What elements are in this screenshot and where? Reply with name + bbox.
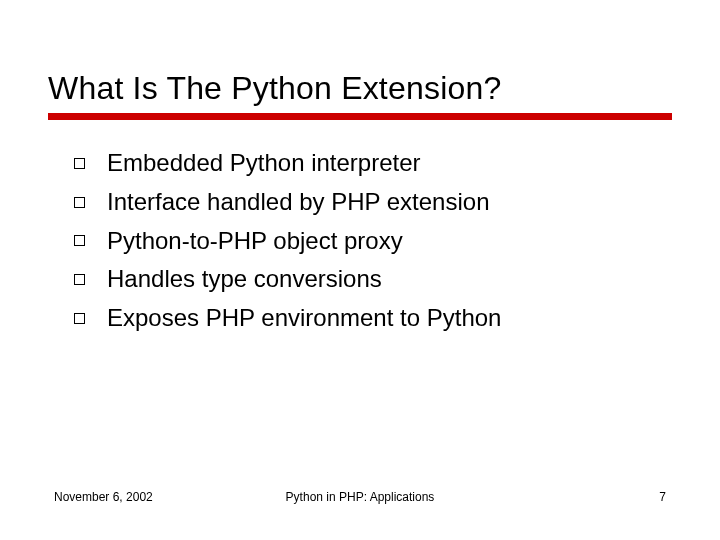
square-bullet-icon <box>74 235 85 246</box>
slide-title: What Is The Python Extension? <box>48 70 672 107</box>
slide: What Is The Python Extension? Embedded P… <box>0 0 720 540</box>
square-bullet-icon <box>74 197 85 208</box>
list-item: Python-to-PHP object proxy <box>74 224 672 259</box>
square-bullet-icon <box>74 313 85 324</box>
list-item: Exposes PHP environment to Python <box>74 301 672 336</box>
bullet-text: Embedded Python interpreter <box>107 146 421 181</box>
bullet-text: Handles type conversions <box>107 262 382 297</box>
list-item: Interface handled by PHP extension <box>74 185 672 220</box>
footer-date: November 6, 2002 <box>54 490 153 504</box>
title-underline <box>48 113 672 120</box>
bullet-text: Exposes PHP environment to Python <box>107 301 501 336</box>
list-item: Handles type conversions <box>74 262 672 297</box>
slide-footer: November 6, 2002 Python in PHP: Applicat… <box>54 490 666 504</box>
footer-page-number: 7 <box>659 490 666 504</box>
square-bullet-icon <box>74 158 85 169</box>
bullet-text: Python-to-PHP object proxy <box>107 224 403 259</box>
list-item: Embedded Python interpreter <box>74 146 672 181</box>
bullet-text: Interface handled by PHP extension <box>107 185 489 220</box>
square-bullet-icon <box>74 274 85 285</box>
footer-title: Python in PHP: Applications <box>286 490 435 504</box>
bullet-list: Embedded Python interpreter Interface ha… <box>48 146 672 336</box>
